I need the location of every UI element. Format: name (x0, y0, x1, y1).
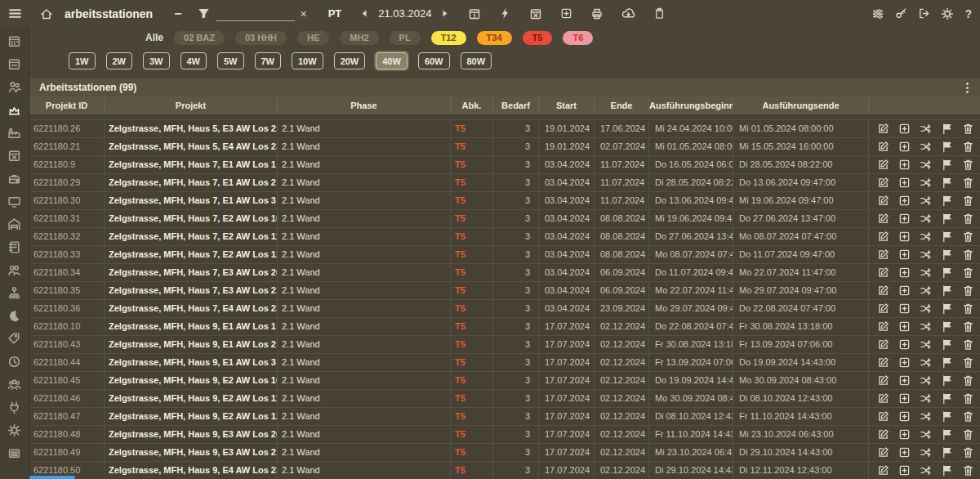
table-row[interactable]: 6221180.30 Zelgstrasse, MFH, Haus 7, E1 … (29, 192, 980, 210)
table-row[interactable]: 6221180.10 Zelgstrasse, MFH, Haus 9, E1 … (29, 318, 980, 336)
date-prev-icon[interactable] (359, 8, 370, 19)
shuffle-icon[interactable] (920, 284, 932, 297)
horizontal-scrollbar[interactable] (29, 476, 75, 479)
add-icon[interactable] (898, 302, 911, 315)
edit-icon[interactable] (877, 410, 889, 423)
week-button-10w[interactable]: 10W (292, 52, 323, 69)
key-icon[interactable] (895, 7, 907, 20)
edit-icon[interactable] (877, 159, 889, 171)
calendar-x-icon[interactable] (0, 144, 29, 167)
shuffle-icon[interactable] (920, 248, 932, 261)
add-icon[interactable] (898, 213, 911, 225)
menu-icon[interactable] (8, 7, 22, 20)
bolt-icon[interactable] (499, 7, 511, 20)
shuffle-icon[interactable] (920, 177, 932, 189)
table-row[interactable]: 6221180.49 Zelgstrasse, MFH, Haus 9, E3 … (29, 444, 980, 462)
table-row[interactable]: 6221180.43 Zelgstrasse, MFH, Haus 9, E1 … (29, 336, 980, 354)
printer-icon[interactable] (590, 7, 604, 20)
trash-icon[interactable] (962, 231, 974, 243)
add-icon[interactable] (898, 195, 911, 207)
table-row[interactable]: 6221180.46 Zelgstrasse, MFH, Haus 9, E2 … (29, 390, 980, 408)
week-button-40w[interactable]: 40W (376, 52, 408, 69)
edit-icon[interactable] (877, 374, 889, 387)
week-button-2w[interactable]: 2W (106, 52, 133, 69)
filter-chip-t34[interactable]: T34 (477, 31, 512, 45)
add-icon[interactable] (898, 392, 911, 405)
flag-icon[interactable] (941, 195, 953, 207)
moon-icon[interactable] (0, 304, 29, 327)
flag-icon[interactable] (941, 141, 953, 153)
edit-icon[interactable] (877, 446, 889, 459)
add-icon[interactable] (898, 266, 911, 279)
trash-icon[interactable] (962, 266, 974, 279)
calendar-x-icon[interactable] (529, 7, 542, 20)
help-icon[interactable]: ? (964, 7, 972, 20)
column-header[interactable]: Start (539, 96, 595, 114)
add-icon[interactable] (898, 446, 911, 459)
edit-icon[interactable] (877, 356, 889, 369)
tune-icon[interactable] (871, 7, 884, 20)
trash-icon[interactable] (962, 338, 974, 351)
trash-icon[interactable] (962, 123, 974, 135)
table-row[interactable]: 6221180.44 Zelgstrasse, MFH, Haus 9, E1 … (29, 354, 980, 372)
trash-icon[interactable] (962, 374, 974, 387)
trash-icon[interactable] (962, 446, 974, 459)
shuffle-icon[interactable] (920, 213, 932, 225)
edit-icon[interactable] (877, 464, 889, 477)
week-button-60w[interactable]: 60W (418, 52, 450, 69)
add-icon[interactable] (898, 464, 911, 477)
edit-icon[interactable] (877, 213, 889, 225)
table-row[interactable]: 6221180.34 Zelgstrasse, MFH, Haus 7, E3 … (29, 264, 980, 282)
table-row[interactable]: 6221180.21 Zelgstrasse, MFH, Haus 5, E4 … (29, 138, 980, 156)
edit-icon[interactable] (877, 338, 889, 351)
date-next-icon[interactable] (439, 8, 450, 19)
edit-icon[interactable] (877, 177, 889, 189)
kebab-menu-icon[interactable] (966, 83, 969, 93)
shuffle-icon[interactable] (920, 338, 932, 351)
clock-icon[interactable] (0, 350, 29, 373)
hierarchy-icon[interactable] (0, 281, 29, 304)
add-icon[interactable] (898, 356, 911, 369)
add-icon[interactable] (898, 284, 911, 297)
trash-icon[interactable] (962, 302, 974, 315)
shuffle-icon[interactable] (920, 231, 932, 243)
trash-icon[interactable] (962, 141, 974, 153)
shuffle-icon[interactable] (920, 159, 932, 171)
collapse-minus-icon[interactable]: − (174, 7, 181, 21)
trash-icon[interactable] (962, 248, 974, 261)
list-icon[interactable] (0, 441, 29, 464)
flag-icon[interactable] (941, 302, 953, 315)
trash-icon[interactable] (962, 159, 974, 171)
calendar-grid-icon[interactable] (0, 29, 29, 52)
add-icon[interactable] (898, 248, 911, 261)
toolbox-icon[interactable] (0, 167, 29, 190)
add-icon[interactable] (898, 428, 911, 441)
table-row[interactable]: 6221180.50 Zelgstrasse, MFH, Haus 9, E4 … (29, 462, 980, 479)
flag-icon[interactable] (941, 123, 953, 135)
table-row[interactable]: 6221180.36 Zelgstrasse, MFH, Haus 7, E4 … (29, 300, 980, 318)
home-icon[interactable] (40, 7, 53, 20)
column-header[interactable]: Abk. (451, 96, 493, 114)
calendar-day-icon[interactable] (0, 52, 29, 75)
group-icon[interactable] (0, 373, 29, 396)
column-header[interactable]: Bedarf (493, 96, 539, 114)
flag-icon[interactable] (941, 410, 953, 423)
add-icon[interactable] (898, 231, 911, 243)
shuffle-icon[interactable] (920, 266, 932, 279)
gear-icon[interactable] (0, 419, 29, 441)
trash-icon[interactable] (962, 213, 974, 225)
week-button-5w[interactable]: 5W (217, 52, 244, 69)
flag-icon[interactable] (941, 177, 953, 189)
clipboard-icon[interactable] (653, 7, 666, 20)
flag-icon[interactable] (941, 248, 953, 261)
edit-icon[interactable] (877, 284, 889, 297)
trash-icon[interactable] (962, 356, 974, 369)
edit-icon[interactable] (877, 123, 889, 135)
week-button-3w[interactable]: 3W (143, 52, 170, 69)
trash-icon[interactable] (962, 410, 974, 423)
cloud-download-icon[interactable] (621, 7, 635, 20)
table-row[interactable]: 6221180.26 Zelgstrasse, MFH, Haus 5, E3 … (29, 120, 980, 138)
team-icon[interactable] (0, 258, 29, 281)
filter-search-input[interactable] (216, 7, 295, 21)
calendar-alert-icon[interactable] (468, 7, 481, 20)
